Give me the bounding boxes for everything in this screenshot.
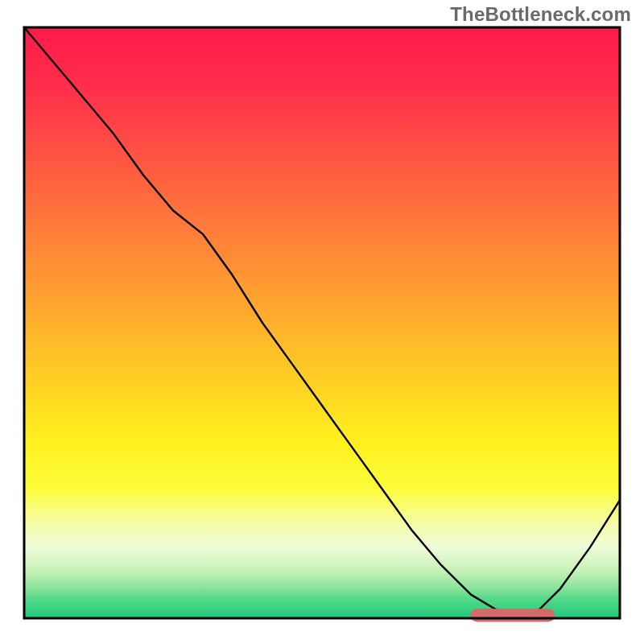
chart-container: TheBottleneck.com <box>0 0 644 644</box>
bottleneck-plot <box>0 0 644 644</box>
plot-background <box>24 27 620 618</box>
